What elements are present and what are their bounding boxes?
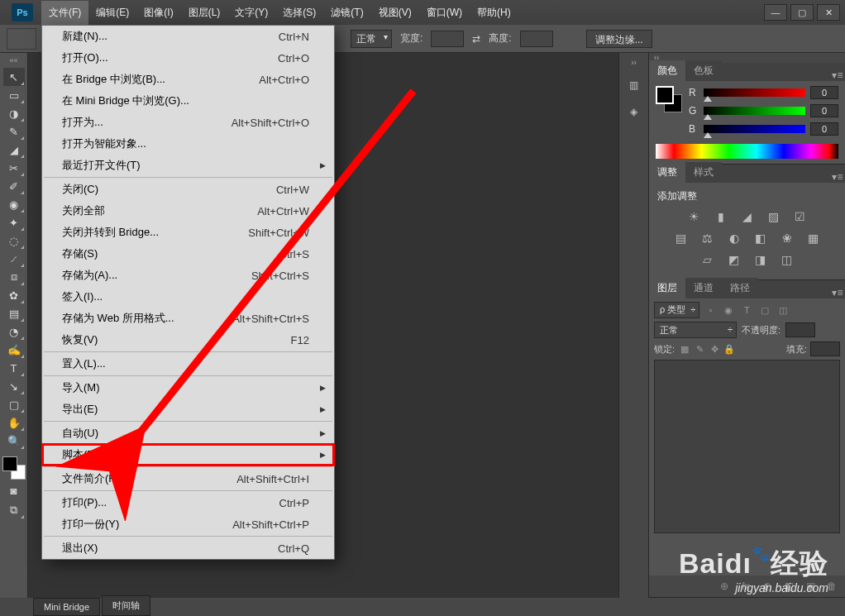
tool-5[interactable]: ✂	[3, 159, 25, 177]
adjustment-icon[interactable]: ◢	[738, 208, 757, 225]
menu-item[interactable]: 关闭(C)Ctrl+W	[42, 179, 334, 200]
menu-0[interactable]: 文件(F)	[41, 1, 88, 25]
tool-9[interactable]: ◌	[3, 232, 25, 250]
opacity-field[interactable]	[785, 322, 815, 337]
menu-item[interactable]: 文件简介(F)...Alt+Shift+Ctrl+I	[42, 468, 334, 489]
menu-item[interactable]: 签入(I)...	[42, 286, 334, 308]
layer-footer-icon[interactable]: fx	[738, 579, 754, 594]
tool-16[interactable]: T	[3, 359, 25, 377]
adjustment-icon[interactable]: ◧	[752, 230, 770, 246]
layer-list[interactable]	[654, 360, 840, 533]
slider-B[interactable]	[704, 125, 805, 133]
menu-item[interactable]: 自动(U)	[42, 423, 334, 444]
color-spectrum[interactable]	[656, 144, 838, 159]
menu-item[interactable]: 新建(N)...Ctrl+N	[42, 26, 334, 47]
tab-adjustments[interactable]: 调整	[649, 162, 685, 183]
menu-3[interactable]: 图层(L)	[181, 1, 228, 25]
menu-item[interactable]: 最近打开文件(T)	[42, 155, 334, 176]
slider-R[interactable]	[704, 88, 805, 97]
layer-filter-icon[interactable]: T	[739, 303, 754, 318]
tool-15[interactable]: ✍	[3, 341, 25, 359]
slider-value-G[interactable]: 0	[810, 104, 838, 117]
menu-8[interactable]: 窗口(W)	[419, 1, 470, 25]
menu-4[interactable]: 文字(Y)	[227, 1, 275, 25]
foreground-color-swatch[interactable]	[2, 456, 17, 471]
layer-footer-icon[interactable]: ◧	[781, 579, 797, 594]
tool-7[interactable]: ◉	[3, 195, 25, 213]
menu-item[interactable]: 退出(X)Ctrl+Q	[42, 537, 334, 559]
layer-footer-icon[interactable]: ⊕	[716, 579, 733, 594]
adjustment-icon[interactable]: ◩	[725, 251, 743, 268]
quickmask-icon[interactable]: ◙	[3, 481, 25, 499]
menu-1[interactable]: 编辑(E)	[88, 1, 136, 25]
menu-6[interactable]: 滤镜(T)	[323, 1, 370, 25]
adjustment-icon[interactable]: ◨	[752, 251, 770, 268]
tool-preset-button[interactable]	[7, 28, 36, 50]
layer-footer-icon[interactable]: ◐	[759, 579, 776, 594]
lock-icon[interactable]: 🔒	[723, 342, 736, 356]
tool-10[interactable]: ⟋	[3, 250, 25, 268]
tab-channels[interactable]: 通道	[685, 278, 722, 298]
tab-paths[interactable]: 路径	[722, 278, 758, 298]
layer-filter-icon[interactable]: ▢	[757, 303, 772, 318]
blend-mode-dropdown[interactable]: 正常	[351, 30, 392, 48]
dock-expand[interactable]: ››	[622, 58, 647, 68]
fgbg-preview[interactable]	[656, 86, 682, 112]
tool-12[interactable]: ✿	[3, 286, 25, 304]
adjustment-icon[interactable]: ❀	[778, 230, 796, 246]
menu-item[interactable]: 打开为智能对象...	[42, 133, 334, 155]
tab-mini-bridge[interactable]: Mini Bridge	[33, 598, 100, 616]
menu-item[interactable]: 存储(S)Ctrl+S	[42, 243, 334, 265]
color-swatches[interactable]	[2, 456, 26, 480]
tab-swatches[interactable]: 色板	[685, 60, 722, 81]
tab-styles[interactable]: 样式	[685, 162, 722, 183]
adjustment-icon[interactable]: ◐	[725, 230, 743, 246]
tool-0[interactable]: ↖	[3, 68, 25, 86]
adjustment-icon[interactable]: ☑	[791, 208, 809, 225]
menu-item[interactable]: 打印(P)...Ctrl+P	[42, 492, 334, 513]
menu-2[interactable]: 图像(I)	[136, 1, 180, 25]
adjustment-icon[interactable]: ◫	[778, 251, 796, 268]
layer-footer-icon[interactable]: 🗑	[824, 579, 840, 594]
layer-blend-dropdown[interactable]: 正常	[654, 322, 737, 338]
adjustment-icon[interactable]: ▨	[765, 208, 783, 225]
layer-filter-icon[interactable]: ◫	[776, 303, 790, 318]
adjustment-icon[interactable]: ▮	[712, 208, 730, 225]
panel-menu-icon[interactable]: ▾≡	[830, 171, 845, 183]
adjustment-icon[interactable]: ▱	[699, 251, 717, 268]
panel-menu-icon[interactable]: ▾≡	[830, 287, 845, 298]
tool-18[interactable]: ▢	[3, 395, 25, 413]
menu-item[interactable]: 在 Bridge 中浏览(B)...Alt+Ctrl+O	[42, 69, 334, 90]
tab-color[interactable]: 颜色	[649, 60, 685, 81]
menu-7[interactable]: 视图(V)	[371, 1, 419, 25]
tab-timeline[interactable]: 时间轴	[102, 595, 150, 616]
menu-item[interactable]: 存储为(A)...Shift+Ctrl+S	[42, 265, 334, 286]
tool-6[interactable]: ✐	[3, 177, 25, 195]
lock-icon[interactable]: ▩	[678, 342, 691, 356]
tool-1[interactable]: ▭	[3, 86, 25, 104]
menu-item[interactable]: 打印一份(Y)Alt+Shift+Ctrl+P	[42, 513, 334, 535]
maximize-button[interactable]: ▢	[790, 4, 814, 21]
adjustment-icon[interactable]: ▦	[804, 230, 823, 246]
slider-value-B[interactable]: 0	[810, 122, 838, 136]
menu-item[interactable]: 打开为...Alt+Shift+Ctrl+O	[42, 112, 334, 133]
close-button[interactable]: ✕	[817, 4, 840, 21]
swap-icon[interactable]: ⇄	[472, 33, 480, 45]
tab-layers[interactable]: 图层	[649, 278, 685, 298]
tool-14[interactable]: ◔	[3, 322, 25, 341]
menu-item[interactable]: 在 Mini Bridge 中浏览(G)...	[42, 90, 334, 112]
menu-item[interactable]: 关闭全部Alt+Ctrl+W	[42, 200, 334, 222]
fill-field[interactable]	[810, 341, 840, 356]
tool-17[interactable]: ↘	[3, 377, 25, 395]
width-field[interactable]	[431, 31, 464, 47]
dock-icon-0[interactable]: ▥	[623, 74, 646, 96]
menu-item[interactable]: 恢复(V)F12	[42, 329, 334, 351]
layer-filter-icon[interactable]: ▫	[703, 303, 718, 318]
slider-G[interactable]	[704, 107, 805, 115]
lock-icon[interactable]: ✎	[693, 342, 706, 356]
menu-item[interactable]: 关闭并转到 Bridge...Shift+Ctrl+W	[42, 222, 334, 243]
layer-filter-icon[interactable]: ◉	[721, 303, 736, 318]
dock-icon-1[interactable]: ◈	[623, 101, 646, 122]
adjustment-icon[interactable]: ▤	[672, 230, 690, 246]
tool-13[interactable]: ▤	[3, 304, 25, 322]
